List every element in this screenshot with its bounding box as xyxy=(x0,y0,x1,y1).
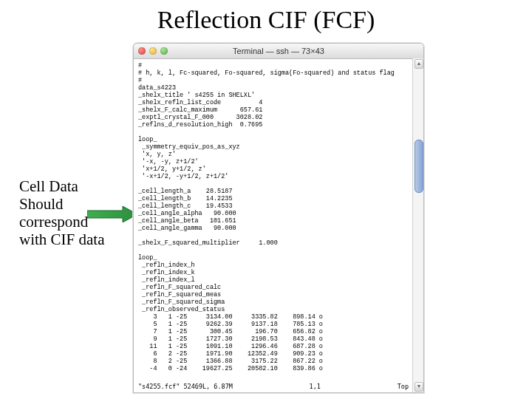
scroll-down-icon[interactable]: ▼ xyxy=(415,382,423,392)
scroll-up-icon[interactable]: ▲ xyxy=(415,59,423,69)
scrollbar[interactable]: ▲ ▼ xyxy=(412,58,423,392)
window-title: Terminal — ssh — 73×43 xyxy=(134,47,423,55)
terminal-window: Terminal — ssh — 73×43 # # h, k, l, Fc-s… xyxy=(133,43,424,393)
arrow-icon xyxy=(87,206,139,222)
scroll-thumb[interactable] xyxy=(415,140,423,193)
status-position: 1,1 xyxy=(310,383,321,391)
annotation-line: Cell Data xyxy=(19,177,115,195)
titlebar[interactable]: Terminal — ssh — 73×43 xyxy=(134,44,423,59)
status-filename: "s4255.fcf" 52469L, 6.87M xyxy=(138,383,233,391)
slide: Reflection CIF (FCF) Cell Data Should co… xyxy=(0,0,532,399)
terminal-content[interactable]: # # h, k, l, Fc-squared, Fo-squared, sig… xyxy=(134,59,423,393)
page-title: Reflection CIF (FCF) xyxy=(0,6,532,34)
svg-marker-0 xyxy=(87,206,137,222)
annotation-line: with CIF data xyxy=(19,231,115,248)
statusbar: "s4255.fcf" 52469L, 6.87M 1,1 Top xyxy=(138,383,409,391)
status-scroll: Top xyxy=(398,383,409,391)
